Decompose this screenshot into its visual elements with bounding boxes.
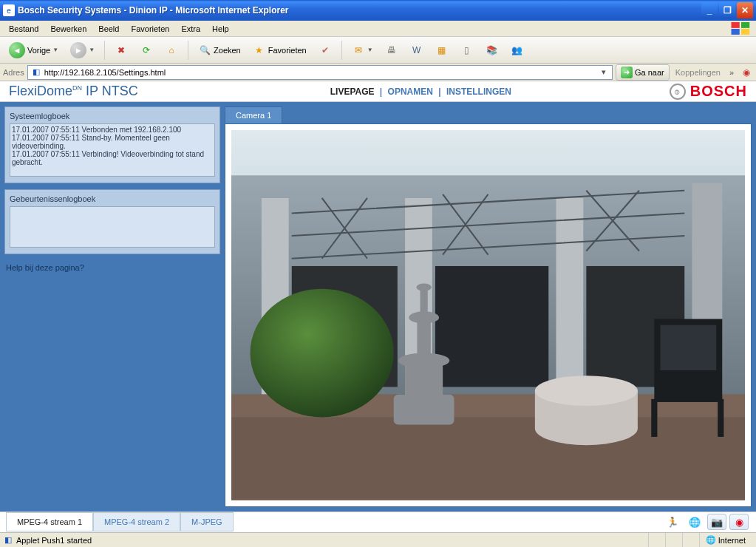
back-label: Vorige [27, 46, 50, 55]
bosch-logo: ⦶ BOSCH [670, 83, 747, 100]
page-favicon-icon: ◧ [30, 67, 42, 78]
forward-button[interactable]: ► ▼ [66, 40, 99, 61]
right-column: Camera 1 [225, 106, 752, 507]
address-label: Adres [3, 68, 24, 77]
url-box[interactable]: ◧ ▾ [27, 65, 613, 80]
links-label[interactable]: Koppelingen [672, 68, 723, 77]
app-icon: e [3, 4, 15, 16]
av-icon[interactable]: ◉ [740, 66, 753, 79]
print-button[interactable]: 🖶 [381, 41, 403, 59]
main-area: Systeemlogboek Gebeurtenissenlogboek Hel… [0, 102, 756, 512]
status-cell [665, 533, 678, 547]
toolbar: ◄ Vorige ▼ ► ▼ ✖ ⟳ ⌂ 🔍 Zoeken ★ Favoriet… [0, 37, 756, 64]
stream-tab-1[interactable]: MPEG-4 stream 1 [6, 512, 93, 531]
refresh-button[interactable]: ⟳ [135, 41, 157, 59]
tool1-button[interactable]: ▦ [431, 41, 453, 59]
chevron-down-icon[interactable]: ▾ [598, 67, 610, 77]
window-titlebar: e Bosch Security Systems - Dinion IP - M… [0, 0, 756, 21]
minimize-button[interactable]: _ [701, 2, 718, 18]
research-icon: 📚 [486, 44, 499, 57]
nav-opnamen[interactable]: OPNAMEN [388, 86, 433, 97]
svg-point-22 [416, 284, 431, 291]
page-content: FlexiDomeDN IP NTSC LIVEPAGE | OPNAMEN |… [0, 81, 756, 532]
brand-bar: FlexiDomeDN IP NTSC LIVEPAGE | OPNAMEN |… [0, 81, 756, 102]
stream-bar: MPEG-4 stream 1 MPEG-4 stream 2 M-JPEG 🏃… [0, 512, 756, 532]
research-button[interactable]: 📚 [481, 41, 503, 59]
stream-tab-2[interactable]: MPEG-4 stream 2 [93, 512, 180, 531]
svg-rect-28 [651, 399, 657, 437]
maximize-button[interactable]: ❐ [719, 2, 735, 18]
svg-rect-17 [405, 364, 443, 398]
stop-button[interactable]: ✖ [110, 41, 132, 59]
product-name: FlexiDomeDN IP NTSC [9, 84, 138, 99]
record-button[interactable]: ◉ [729, 514, 749, 530]
nav-livepage[interactable]: LIVEPAGE [330, 86, 375, 97]
forward-icon: ► [70, 42, 86, 58]
event-log-text[interactable] [10, 206, 215, 248]
svg-rect-27 [661, 325, 717, 370]
home-icon: ⌂ [165, 44, 178, 57]
messenger-button[interactable]: 👥 [506, 41, 528, 59]
left-column: Systeemlogboek Gebeurtenissenlogboek Hel… [4, 106, 220, 507]
menu-beeld[interactable]: Beeld [94, 23, 123, 35]
menu-extra[interactable]: Extra [177, 23, 205, 35]
tool2-button[interactable]: ▯ [456, 41, 478, 59]
search-button[interactable]: 🔍 Zoeken [194, 41, 245, 59]
svg-rect-1 [741, 22, 749, 28]
favorites-button[interactable]: ★ Favorieten [248, 41, 311, 59]
history-button[interactable]: ✔ [314, 41, 336, 59]
window-title: Bosch Security Systems - Dinion IP - Mic… [18, 5, 701, 16]
svg-rect-21 [420, 289, 428, 318]
system-log-text[interactable] [10, 123, 215, 177]
system-log-panel: Systeemlogboek [4, 106, 220, 183]
event-log-title: Gebeurtenissenlogboek [10, 194, 215, 203]
back-button[interactable]: ◄ Vorige ▼ [4, 40, 63, 61]
menu-favorieten[interactable]: Favorieten [126, 23, 174, 35]
go-icon: ➜ [621, 67, 633, 78]
svg-rect-0 [732, 22, 740, 28]
menu-help[interactable]: Help [208, 23, 234, 35]
home-button[interactable]: ⌂ [160, 41, 183, 59]
svg-rect-16 [394, 395, 454, 425]
status-text: Applet Push1 started [16, 536, 644, 545]
edit-button[interactable]: W [406, 41, 428, 59]
go-button[interactable]: ➜ Ga naar [616, 64, 670, 81]
chevron-down-icon: ▼ [52, 47, 58, 53]
help-link[interactable]: Help bij deze pagina? [4, 260, 220, 275]
event-log-panel: Gebeurtenissenlogboek [4, 189, 220, 254]
system-log-title: Systeemlogboek [10, 112, 215, 120]
status-zone: 🌐 Internet [699, 533, 752, 547]
chevron-down-icon: ▼ [89, 47, 95, 53]
close-button[interactable]: ✕ [737, 2, 753, 18]
menu-bestand[interactable]: Bestand [4, 23, 43, 35]
page-status-icon: ◧ [4, 535, 12, 545]
phone-icon: ▯ [460, 44, 474, 57]
snapshot-button[interactable]: 📷 [707, 514, 726, 530]
camera-tabs: Camera 1 [225, 106, 752, 123]
mail-button[interactable]: ✉▼ [347, 41, 378, 59]
svg-rect-11 [435, 266, 548, 387]
status-cell [648, 533, 661, 547]
address-bar: Adres ◧ ▾ ➜ Ga naar Koppelingen » ◉ [0, 64, 756, 81]
star-icon: ★ [253, 44, 266, 57]
camera-tab-1[interactable]: Camera 1 [225, 106, 282, 123]
favorites-label: Favorieten [268, 46, 307, 55]
video-frame [225, 123, 752, 507]
url-input[interactable] [44, 68, 598, 77]
chevrons-icon[interactable]: » [726, 68, 737, 77]
status-bar: ◧ Applet Push1 started 🌐 Internet [0, 532, 756, 547]
messenger-icon: 👥 [511, 44, 524, 57]
nav-instellingen[interactable]: INSTELLINGEN [446, 86, 511, 97]
toolbar-separator [188, 41, 188, 60]
folder-icon: ▦ [435, 44, 449, 57]
run-icon[interactable]: 🏃 [663, 514, 682, 530]
stream-tab-3[interactable]: M-JPEG [180, 512, 234, 531]
search-label: Zoeken [214, 46, 241, 55]
toolbar-separator [341, 41, 342, 60]
windows-logo-icon [731, 22, 752, 35]
svg-rect-2 [732, 29, 740, 35]
globe-icon[interactable]: 🌐 [685, 514, 704, 530]
menu-bewerken[interactable]: Bewerken [46, 23, 91, 35]
mail-icon: ✉ [352, 44, 365, 57]
back-icon: ◄ [9, 42, 25, 58]
